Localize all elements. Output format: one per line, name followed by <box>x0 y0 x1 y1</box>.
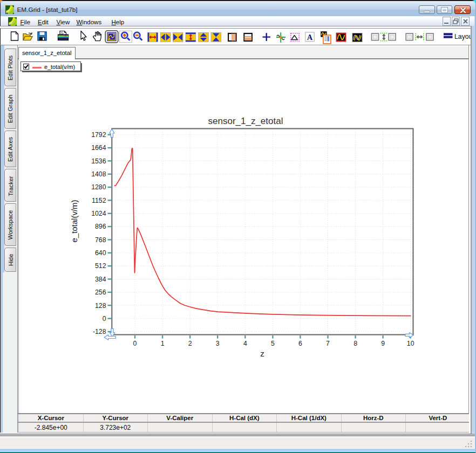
svg-text:256: 256 <box>95 289 106 296</box>
svg-text:-128: -128 <box>93 328 106 335</box>
svg-text:6: 6 <box>298 340 302 347</box>
svg-text:sensor_1_z_etotal: sensor_1_z_etotal <box>208 116 283 126</box>
svg-text:3: 3 <box>216 340 220 347</box>
svg-text:1152: 1152 <box>92 197 106 204</box>
svg-text:8: 8 <box>353 340 357 347</box>
svg-text:e_total(v/m): e_total(v/m) <box>70 200 79 242</box>
svg-text:5: 5 <box>271 340 275 347</box>
svg-text:1792: 1792 <box>91 131 106 139</box>
svg-text:512: 512 <box>95 262 106 270</box>
svg-text:10: 10 <box>407 340 414 347</box>
svg-text:z: z <box>260 349 264 358</box>
svg-text:1: 1 <box>161 340 165 347</box>
svg-text:128: 128 <box>95 302 106 310</box>
svg-text:9: 9 <box>381 340 385 347</box>
svg-text:1408: 1408 <box>91 170 106 178</box>
svg-text:0: 0 <box>103 315 106 322</box>
svg-text:384: 384 <box>95 276 106 283</box>
svg-text:640: 640 <box>95 249 106 257</box>
svg-text:4: 4 <box>243 340 247 347</box>
svg-text:2: 2 <box>188 340 192 347</box>
svg-text:768: 768 <box>95 236 106 244</box>
svg-text:1024: 1024 <box>91 210 106 217</box>
svg-text:1664: 1664 <box>91 144 106 152</box>
svg-text:1536: 1536 <box>91 157 106 165</box>
svg-text:7: 7 <box>326 340 330 347</box>
svg-text:0: 0 <box>133 340 137 347</box>
svg-text:896: 896 <box>95 223 106 230</box>
svg-text:1280: 1280 <box>91 183 106 191</box>
